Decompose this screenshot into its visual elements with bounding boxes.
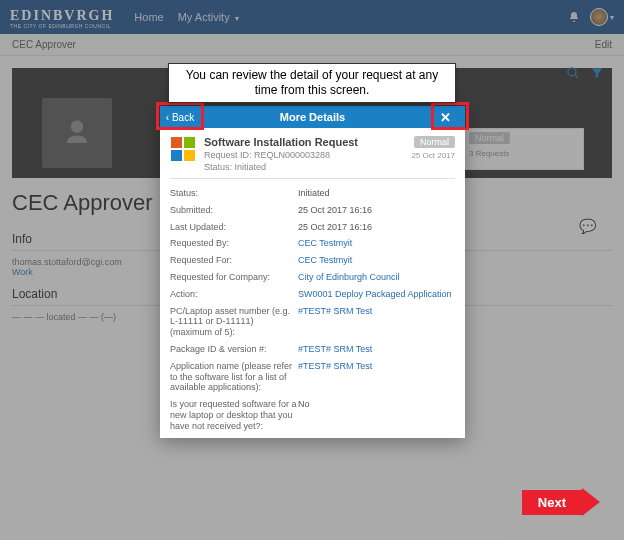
details-value: CEC Testmyit xyxy=(298,238,455,249)
details-value: 25 Oct 2017 16:16 xyxy=(298,205,455,216)
modal-title: More Details xyxy=(200,111,425,123)
details-row: Requested For:CEC Testmyit xyxy=(170,252,455,269)
details-key: Status: xyxy=(170,188,298,199)
status-badge: Normal xyxy=(469,132,510,144)
details-row: Status:Initiated xyxy=(170,185,455,202)
details-key: Submitted: xyxy=(170,205,298,216)
details-value: CEC Testmyit xyxy=(298,255,455,266)
details-key: PC/Laptop asset number (e.g. L-11111 or … xyxy=(170,306,298,338)
modal-body: Software Installation Request Request ID… xyxy=(160,128,465,438)
details-list: Status:InitiatedSubmitted:25 Oct 2017 16… xyxy=(170,185,455,438)
filter-icon[interactable] xyxy=(590,66,604,80)
request-id: Request ID: REQLN000003288 xyxy=(204,150,403,160)
profile-placeholder xyxy=(42,98,112,168)
details-row: Last Updated:25 Oct 2017 16:16 xyxy=(170,219,455,236)
chevron-down-icon: ▾ xyxy=(235,14,239,23)
brand-logo: EDINBVRGH THE CITY OF EDINBURGH COUNCIL xyxy=(10,6,114,29)
next-label: Next xyxy=(522,490,582,515)
breadcrumb: CEC Approver xyxy=(12,39,76,50)
search-icon[interactable] xyxy=(566,66,580,80)
details-key: Is your requested software for a new lap… xyxy=(170,399,298,431)
details-value: #TEST# SRM Test xyxy=(298,344,455,355)
request-header-side: Normal 25 Oct 2017 xyxy=(411,136,455,172)
request-status-label: Status: Initiated xyxy=(204,162,403,172)
details-value: #TEST# SRM Test xyxy=(298,306,455,338)
nav-my-activity-label: My Activity xyxy=(178,11,230,23)
status-badge: Normal xyxy=(414,136,455,148)
arrow-right-icon xyxy=(582,488,600,516)
breadcrumb-bar: CEC Approver Edit xyxy=(0,34,624,56)
request-date: 25 Oct 2017 xyxy=(411,151,455,160)
details-value: 25 Oct 2017 16:16 xyxy=(298,222,455,233)
details-value: SW0001 Deploy Packaged Application xyxy=(298,289,455,300)
back-button[interactable]: ‹ Back xyxy=(160,106,200,128)
person-icon xyxy=(62,118,92,148)
details-key: Package ID & version #: xyxy=(170,344,298,355)
details-key: Requested for Company: xyxy=(170,272,298,283)
windows-icon xyxy=(170,136,196,162)
top-nav: EDINBVRGH THE CITY OF EDINBURGH COUNCIL … xyxy=(0,0,624,34)
details-key: Requested By: xyxy=(170,238,298,249)
instruction-callout: You can review the detail of your reques… xyxy=(168,63,456,103)
request-header-main: Software Installation Request Request ID… xyxy=(204,136,403,172)
request-title: Software Installation Request xyxy=(204,136,403,148)
request-header: Software Installation Request Request ID… xyxy=(170,136,455,179)
tool-strip xyxy=(566,66,604,80)
details-row: Application name (please refer to the so… xyxy=(170,358,455,396)
details-row: Package ID & version #:#TEST# SRM Test xyxy=(170,341,455,358)
details-row: PC/Laptop asset number (e.g. L-11111 or … xyxy=(170,303,455,341)
more-details-modal: ‹ Back More Details ✕ Software Installat… xyxy=(160,106,465,438)
details-value: No xyxy=(298,399,455,431)
nav-right: ▾ xyxy=(568,8,614,26)
details-row: Action:SW0001 Deploy Packaged Applicatio… xyxy=(170,286,455,303)
chat-icon[interactable]: 💬 xyxy=(579,218,596,234)
brand-text: EDINBVRGH xyxy=(10,8,114,23)
details-key: Application name (please refer to the so… xyxy=(170,361,298,393)
next-button[interactable]: Next xyxy=(522,488,600,516)
close-button[interactable]: ✕ xyxy=(425,106,465,128)
details-row: Requested By:CEC Testmyit xyxy=(170,235,455,252)
nav-my-activity[interactable]: My Activity ▾ xyxy=(178,11,239,23)
avatar xyxy=(590,8,608,26)
user-menu[interactable]: ▾ xyxy=(590,8,614,26)
details-row: Primary contact number:#TEST# SRM Test xyxy=(170,435,455,438)
requests-count: 3 Requests xyxy=(469,149,579,158)
modal-header: ‹ Back More Details ✕ xyxy=(160,106,465,128)
details-value: Initiated xyxy=(298,188,455,199)
details-row: Is your requested software for a new lap… xyxy=(170,396,455,434)
details-key: Last Updated: xyxy=(170,222,298,233)
details-value: City of Edinburgh Council xyxy=(298,272,455,283)
nav-home[interactable]: Home xyxy=(134,11,163,23)
bell-icon[interactable] xyxy=(568,11,580,23)
details-row: Submitted:25 Oct 2017 16:16 xyxy=(170,202,455,219)
brand-subtext: THE CITY OF EDINBURGH COUNCIL xyxy=(10,23,114,29)
details-key: Action: xyxy=(170,289,298,300)
details-row: Requested for Company:City of Edinburgh … xyxy=(170,269,455,286)
nav-links: Home My Activity ▾ xyxy=(134,11,238,23)
requests-card: Normal 3 Requests xyxy=(464,128,584,170)
details-value: #TEST# SRM Test xyxy=(298,361,455,393)
chevron-down-icon: ▾ xyxy=(610,13,614,22)
details-key: Requested For: xyxy=(170,255,298,266)
edit-link[interactable]: Edit xyxy=(595,39,612,50)
